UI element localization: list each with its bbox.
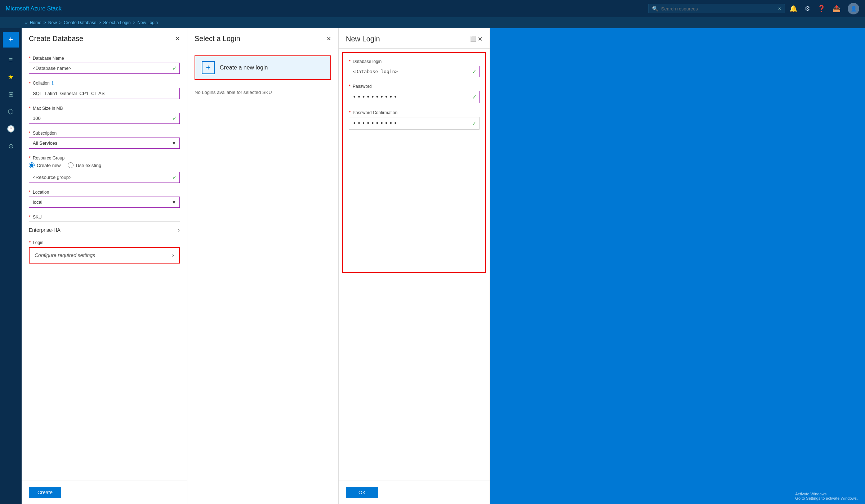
location-dropdown[interactable]: local — [29, 197, 180, 208]
collation-input[interactable] — [29, 88, 180, 99]
max-size-label: * Max Size in MB — [29, 105, 180, 111]
create-new-login-card[interactable]: + Create a new login — [195, 55, 331, 80]
login-selector[interactable]: Configure required settings › — [29, 247, 180, 264]
field-database-name: * Database Name ✓ — [29, 55, 180, 74]
sku-chevron-right-icon: › — [178, 227, 180, 233]
create-login-label: Create a new login — [220, 64, 268, 71]
required-star-collation: * — [29, 81, 31, 86]
panel-select-login-close[interactable]: ✕ — [326, 35, 331, 42]
create-button[interactable]: Create — [29, 487, 61, 498]
panel-create-db-footer: Create — [22, 481, 187, 504]
radio-use-existing[interactable]: Use existing — [68, 162, 101, 168]
resource-group-input-wrapper: ✓ — [29, 172, 180, 183]
sidebar-item-favorites[interactable]: ★ — [3, 69, 19, 85]
breadcrumb-sep-3: > — [98, 20, 101, 25]
database-name-check-icon: ✓ — [172, 65, 177, 72]
max-size-input-wrapper: ✓ — [29, 113, 180, 124]
db-login-check-icon: ✓ — [472, 68, 477, 75]
sidebar-item-resources[interactable]: ⬡ — [3, 104, 19, 120]
password-confirm-input-wrapper: ✓ — [349, 117, 480, 130]
sku-label: * SKU — [29, 214, 180, 220]
resource-group-label: * Resource Group — [29, 155, 180, 161]
database-name-label: * Database Name — [29, 55, 180, 61]
plus-icon: + — [9, 35, 13, 44]
top-navbar: Microsoft Azure Stack 🔍 × 🔔 ⚙ ❓ 📤 👤 — [0, 0, 865, 17]
field-collation: * Collation ℹ — [29, 80, 180, 99]
search-clear-icon[interactable]: × — [778, 6, 781, 12]
panel-create-database: Create Database ✕ * Database Name ✓ * Co… — [22, 28, 187, 504]
settings-icon[interactable]: ⚙ — [804, 5, 810, 13]
field-login: * Login Configure required settings › — [29, 240, 180, 264]
collation-input-wrapper — [29, 88, 180, 99]
password-confirm-check-icon: ✓ — [472, 120, 477, 127]
help-icon[interactable]: ❓ — [817, 5, 825, 13]
login-configure-text: Configure required settings — [35, 252, 95, 258]
panel-new-login-footer: OK — [339, 481, 490, 504]
breadcrumb-home[interactable]: Home — [30, 20, 41, 25]
sidebar-plus-button[interactable]: + — [3, 32, 19, 48]
breadcrumb: » Home > New > Create Database > Select … — [0, 17, 865, 28]
breadcrumb-select-login[interactable]: Select a Login — [103, 20, 131, 25]
resource-group-input[interactable] — [29, 172, 180, 183]
required-star-login: * — [29, 240, 31, 245]
notifications-icon[interactable]: 🔔 — [789, 5, 797, 13]
db-login-input-wrapper: ✓ — [349, 66, 480, 77]
radio-create-new[interactable]: Create new — [29, 162, 61, 168]
password-confirm-input[interactable] — [349, 117, 480, 130]
field-max-size: * Max Size in MB ✓ — [29, 105, 180, 124]
search-input[interactable] — [661, 6, 775, 12]
password-input-wrapper: ✓ — [349, 91, 480, 103]
sidebar-item-menu[interactable]: ≡ — [3, 52, 19, 68]
required-star-rg: * — [29, 155, 31, 161]
panel-new-login-close[interactable]: ✕ — [478, 36, 482, 42]
menu-icon: ≡ — [9, 56, 13, 64]
required-star-subscription: * — [29, 130, 31, 136]
create-login-plus-icon: + — [202, 61, 215, 74]
breadcrumb-new[interactable]: New — [48, 20, 57, 25]
password-input[interactable] — [349, 91, 480, 103]
subscription-dropdown-wrapper: All Services ▼ — [29, 138, 180, 149]
avatar[interactable]: 👤 — [848, 3, 859, 14]
nav-icons: 🔔 ⚙ ❓ 📤 👤 — [789, 3, 859, 14]
required-star-sku: * — [29, 214, 31, 220]
max-size-input[interactable] — [29, 113, 180, 124]
panel-create-db-close[interactable]: ✕ — [175, 35, 180, 42]
panel-new-login-title: New Login — [346, 35, 469, 43]
location-dropdown-wrapper: local ▼ — [29, 197, 180, 208]
resources-icon: ⬡ — [8, 108, 14, 116]
panel-select-login: Select a Login ✕ + Create a new login No… — [187, 28, 339, 504]
database-name-input[interactable] — [29, 63, 180, 74]
login-label: * Login — [29, 240, 180, 245]
required-star-dblogin: * — [349, 59, 351, 64]
collation-info-icon[interactable]: ℹ — [52, 80, 54, 86]
sidebar-item-history[interactable]: 🕐 — [3, 121, 19, 137]
subscription-dropdown[interactable]: All Services — [29, 138, 180, 149]
password-label: * Password — [349, 84, 480, 89]
panel-select-login-header: Select a Login ✕ — [187, 28, 338, 48]
field-password: * Password ✓ — [349, 84, 480, 103]
db-login-input[interactable] — [349, 66, 480, 77]
sidebar-item-dashboard[interactable]: ⊞ — [3, 86, 19, 102]
required-star: * — [29, 55, 31, 61]
password-check-icon: ✓ — [472, 94, 477, 100]
sku-selector[interactable]: Enterprise-HA › — [29, 221, 180, 233]
star-icon: ★ — [8, 73, 14, 81]
expand-icon[interactable]: » — [25, 20, 28, 25]
ok-button[interactable]: OK — [346, 487, 378, 498]
panel-select-login-title: Select a Login — [195, 35, 326, 43]
breadcrumb-sep-2: > — [59, 20, 62, 25]
breadcrumb-create-db[interactable]: Create Database — [64, 20, 97, 25]
sidebar-item-more[interactable]: ⊙ — [3, 138, 19, 154]
panel-create-db-title: Create Database — [29, 35, 175, 43]
field-sku: * SKU Enterprise-HA › — [29, 214, 180, 233]
search-bar[interactable]: 🔍 × — [648, 4, 785, 13]
panel-new-login-maximize-icon[interactable]: ⬜ — [469, 35, 478, 43]
subscription-label: * Subscription — [29, 130, 180, 136]
avatar-icon: 👤 — [851, 6, 857, 12]
password-confirm-label: * Password Confirmation — [349, 110, 480, 115]
feedback-icon[interactable]: 📤 — [833, 5, 841, 13]
no-logins-text: No Logins available for selected SKU — [195, 85, 331, 98]
breadcrumb-sep-1: > — [44, 20, 46, 25]
sku-value: Enterprise-HA — [29, 227, 61, 233]
required-star-maxsize: * — [29, 105, 31, 111]
